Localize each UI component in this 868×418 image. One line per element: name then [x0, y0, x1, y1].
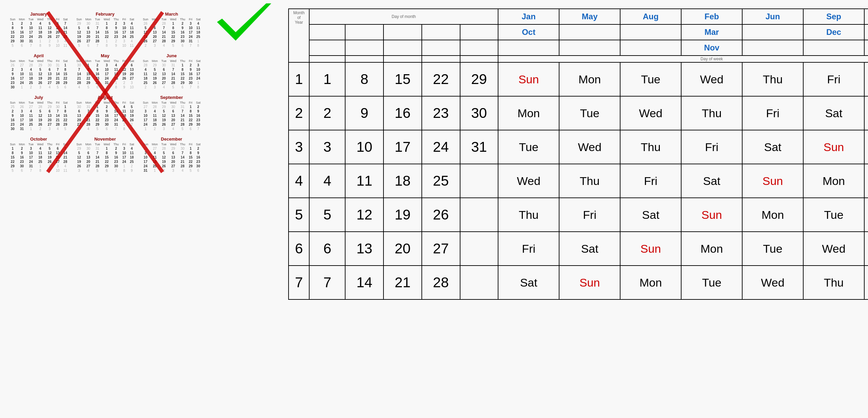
- mini-cal-cell: 27: [168, 164, 178, 168]
- mini-cal-header: Mon: [17, 142, 27, 146]
- dom-empty2-4: [460, 40, 498, 56]
- mini-cal-cell: 8: [61, 109, 69, 113]
- mini-cal-header: Tue: [27, 17, 35, 21]
- dow-6-5: Thu: [803, 266, 864, 299]
- mini-cal-cell: 6: [83, 151, 93, 155]
- mini-cal-cell: 22: [61, 76, 69, 81]
- mini-cal-cell: 29: [150, 63, 160, 67]
- mini-cal-cell: 5: [128, 105, 136, 109]
- mini-cal-cell: 10: [194, 67, 202, 72]
- mini-cal-cell: 13: [150, 30, 160, 35]
- mini-cal-cell: 1: [35, 164, 45, 168]
- dom-6-3: 28: [422, 266, 460, 299]
- mini-cal-cell: 4: [168, 127, 178, 131]
- mini-cal-cell: 2: [102, 105, 112, 109]
- mini-cal-cell: 22: [102, 35, 112, 39]
- mini-cal-cell: 6: [168, 109, 178, 113]
- mini-cal-cell: 30: [102, 122, 112, 127]
- mini-cal-header: Thu: [178, 59, 187, 63]
- mini-cal-cell: 18: [141, 76, 150, 81]
- mini-cal-cell: 30: [178, 39, 187, 43]
- dom-3-2: 18: [383, 164, 422, 198]
- mini-cal-header: Sat: [128, 59, 136, 63]
- dom-0-4: 29: [460, 62, 498, 96]
- mini-cal-cell: 27: [83, 164, 93, 168]
- mini-cal-header: Sat: [194, 17, 202, 21]
- mini-cal-march: MarchSunMonTueWedThuFriSat26272812345678…: [140, 10, 203, 49]
- mini-cal-cell: 4: [45, 85, 54, 89]
- mini-cal-cell: 23: [17, 35, 27, 39]
- mini-cal-cell: 30: [8, 85, 17, 89]
- mini-cal-cell: 16: [194, 155, 202, 160]
- mini-cal-cell: 14: [93, 155, 102, 160]
- mini-cal-cell: 1: [141, 127, 150, 131]
- mini-cal-cell: 19: [35, 118, 45, 122]
- mini-cal-cell: 24: [112, 118, 121, 122]
- mini-cal-cell: 1: [8, 21, 17, 26]
- mini-cal-cell: 4: [27, 109, 35, 113]
- mini-cal-cell: 10: [141, 155, 150, 160]
- mini-cal-header: Wed: [35, 17, 45, 21]
- mini-cal-header: Sun: [141, 101, 150, 105]
- mini-cal-cell: 11: [27, 113, 35, 118]
- mini-cal-cell: 21: [54, 76, 61, 81]
- mini-cal-cell: 18: [120, 113, 128, 118]
- mini-cal-cell: 7: [102, 85, 112, 89]
- row-num-2: 3: [289, 130, 309, 164]
- mini-cal-cell: 6: [54, 21, 61, 26]
- mini-cal-cell: 28: [54, 81, 61, 85]
- month-h1-6: Apr: [864, 9, 868, 24]
- row-num-1: 2: [289, 96, 309, 130]
- mini-cal-cell: 7: [187, 43, 194, 48]
- mini-cal-cell: 19: [35, 76, 45, 81]
- mini-cal-cell: 31: [27, 39, 35, 43]
- mini-cal-cell: 4: [160, 85, 168, 89]
- mini-cal-header: Thu: [112, 101, 121, 105]
- mini-cal-cell: 26: [8, 63, 17, 67]
- mini-cal-cell: 4: [178, 168, 187, 173]
- mini-cal-cell: 3: [112, 105, 121, 109]
- mini-cal-header: Mon: [17, 17, 27, 21]
- mini-cal-header: Thu: [112, 17, 121, 21]
- dom-empty2-2: [383, 40, 422, 56]
- mini-cal-cell: 19: [45, 30, 54, 35]
- month-h2-1: [559, 24, 620, 40]
- mini-cal-cell: 27: [160, 81, 168, 85]
- mini-cal-cell: 6: [150, 26, 160, 30]
- mini-cal-header: Tue: [27, 59, 35, 63]
- mini-cal-cell: 30: [54, 105, 61, 109]
- mini-cal-cell: 28: [160, 21, 168, 26]
- mini-cal-header: Wed: [35, 101, 45, 105]
- mini-cal-header: Thu: [45, 101, 54, 105]
- mini-cal-cell: 21: [93, 160, 102, 164]
- mini-cal-cell: 5: [45, 146, 54, 151]
- mini-cal-cell: 1: [17, 85, 27, 89]
- mini-cal-cell: 7: [178, 109, 187, 113]
- mini-cal-header: Fri: [120, 101, 128, 105]
- mini-cal-cell: 6: [61, 85, 69, 89]
- mini-cal-cell: 11: [150, 113, 160, 118]
- mini-cal-cell: 7: [27, 168, 35, 173]
- mini-cal-cell: 16: [178, 30, 187, 35]
- mini-cal-header: Mon: [150, 142, 160, 146]
- mini-cal-cell: 11: [150, 155, 160, 160]
- mini-cal-header: Tue: [160, 101, 168, 105]
- mini-cal-cell: 31: [102, 81, 112, 85]
- mini-cal-cell: 12: [128, 109, 136, 113]
- mini-cal-cell: 7: [112, 168, 121, 173]
- dom-3-4: [460, 164, 498, 198]
- mini-cal-header: Sat: [61, 101, 69, 105]
- mini-cal-cell: 7: [61, 146, 69, 151]
- row-num-0: 1: [289, 62, 309, 96]
- mini-cal-cell: 3: [160, 127, 168, 131]
- mini-cal-cell: 28: [160, 39, 168, 43]
- mini-cal-header: Tue: [93, 101, 102, 105]
- mini-cal-cell: 26: [141, 146, 150, 151]
- mini-cal-cell: 22: [168, 35, 178, 39]
- mini-cal-cell: 15: [102, 155, 112, 160]
- mini-cal-cell: 2: [45, 164, 54, 168]
- mini-cal-header: Sat: [128, 17, 136, 21]
- mini-cal-cell: 13: [128, 67, 136, 72]
- mini-cal-cell: 8: [8, 26, 17, 30]
- dom-empty2-3: [422, 40, 460, 56]
